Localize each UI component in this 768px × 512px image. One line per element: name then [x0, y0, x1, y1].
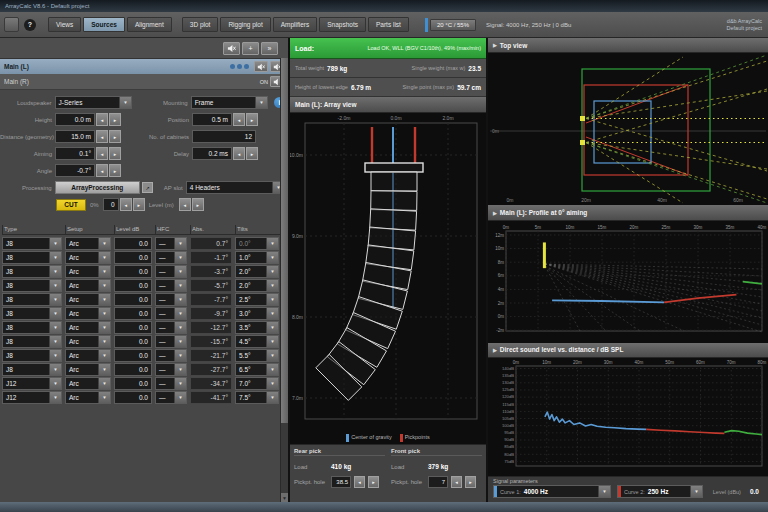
tab-sources[interactable]: Sources [83, 17, 125, 32]
delay-decrement-button[interactable]: ◂ [233, 147, 245, 160]
distance-decrement-button[interactable]: ◂ [96, 130, 108, 143]
ap-slot-select[interactable]: 4 Headers▼ [186, 181, 285, 194]
tab-alignment[interactable]: Alignment [127, 17, 172, 32]
cut-value-field[interactable]: 0 [103, 198, 119, 211]
aiming-field[interactable]: 0.1° [55, 147, 95, 160]
cabinet-level-field[interactable]: 0.0 [114, 335, 152, 348]
mute-all-button[interactable] [223, 42, 240, 55]
cabinet-level-field[interactable]: 0.0 [114, 293, 152, 306]
add-source-button[interactable]: + [242, 42, 259, 55]
angle-decrement-button[interactable]: ◂ [96, 164, 108, 177]
cabinet-tilt-select[interactable]: 6.5°▼ [235, 363, 279, 376]
level-increment-button[interactable]: ▸ [192, 198, 204, 211]
loudspeaker-select[interactable]: J-Series▼ [55, 96, 132, 109]
cabinet-hfc-select[interactable]: —▼ [155, 321, 187, 334]
source-row-main-l[interactable]: Main (L) [0, 59, 288, 74]
cabinet-hfc-select[interactable]: —▼ [155, 237, 187, 250]
cabinet-tilt-select[interactable]: 3.0°▼ [235, 307, 279, 320]
aiming-decrement-button[interactable]: ◂ [96, 147, 108, 160]
cabinet-hfc-select[interactable]: —▼ [155, 363, 187, 376]
expand-panel-button[interactable]: » [261, 42, 278, 55]
cabinet-type-select[interactable]: J8▼ [2, 363, 62, 376]
height-decrement-button[interactable]: ◂ [96, 113, 108, 126]
cabinet-tilt-select[interactable]: 2.5°▼ [235, 293, 279, 306]
cabinet-level-field[interactable]: 0.0 [114, 377, 152, 390]
front-hole-prev-button[interactable]: ◂ [451, 476, 462, 488]
scrollbar-thumb[interactable] [281, 58, 288, 423]
array-processing-button[interactable]: ArrayProcessing [55, 181, 140, 194]
help-icon[interactable]: ? [24, 19, 36, 31]
cabinet-tilt-select[interactable]: 0.0°▼ [235, 237, 279, 250]
mounting-select[interactable]: Frame▼ [191, 96, 268, 109]
cut-decrement-button[interactable]: ◂ [120, 198, 132, 211]
cabinet-level-field[interactable]: 0.0 [114, 349, 152, 362]
array-view-header[interactable]: Main (L): Array view [290, 97, 486, 113]
tab-parts-list[interactable]: Parts list [368, 17, 409, 32]
cabinet-setup-select[interactable]: Arc▼ [65, 335, 111, 348]
front-hole-field[interactable]: 7 [428, 476, 448, 488]
cabinet-hfc-select[interactable]: —▼ [155, 279, 187, 292]
cabinet-setup-select[interactable]: Arc▼ [65, 391, 111, 404]
tab-views[interactable]: Views [48, 17, 81, 32]
cabinet-level-field[interactable]: 0.0 [114, 307, 152, 320]
cabinet-type-select[interactable]: J8▼ [2, 251, 62, 264]
profile-header[interactable]: ▶ Main (L): Profile at 0° aiming [488, 205, 768, 220]
cabinet-hfc-select[interactable]: —▼ [155, 265, 187, 278]
cabinet-level-field[interactable]: 0.0 [114, 391, 152, 404]
distance-increment-button[interactable]: ▸ [109, 130, 121, 143]
distance-field[interactable]: 15.0 m [55, 130, 95, 143]
cabinet-type-select[interactable]: J8▼ [2, 237, 62, 250]
tab-3d-plot[interactable]: 3D plot [182, 17, 219, 32]
cabinet-tilt-select[interactable]: 4.5°▼ [235, 335, 279, 348]
cabinet-hfc-select[interactable]: —▼ [155, 349, 187, 362]
scrollbar-down-arrow[interactable]: ▼ [281, 493, 288, 502]
aiming-increment-button[interactable]: ▸ [109, 147, 121, 160]
position-field[interactable]: 0.5 m [192, 113, 232, 126]
rear-hole-field[interactable]: 38.5 [331, 476, 351, 488]
rear-hole-next-button[interactable]: ▸ [368, 476, 379, 488]
cabinet-type-select[interactable]: J8▼ [2, 321, 62, 334]
curve1-select[interactable]: Curve 1: 4000 Hz ▼ [493, 485, 611, 498]
rear-hole-prev-button[interactable]: ◂ [354, 476, 365, 488]
cabinet-setup-select[interactable]: Arc▼ [65, 349, 111, 362]
cabinet-level-field[interactable]: 0.0 [114, 265, 152, 278]
angle-field[interactable]: -0.7° [55, 164, 95, 177]
cabinet-type-select[interactable]: J8▼ [2, 265, 62, 278]
cabinet-tilt-select[interactable]: 7.5°▼ [235, 391, 279, 404]
cabinet-type-select[interactable]: J8▼ [2, 335, 62, 348]
cabinet-type-select[interactable]: J8▼ [2, 279, 62, 292]
cabinet-level-field[interactable]: 0.0 [114, 279, 152, 292]
tab-amplifiers[interactable]: Amplifiers [273, 17, 318, 32]
cabinet-tilt-select[interactable]: 3.5°▼ [235, 321, 279, 334]
cabinet-setup-select[interactable]: Arc▼ [65, 237, 111, 250]
cabinet-hfc-select[interactable]: —▼ [155, 335, 187, 348]
tab-snapshots[interactable]: Snapshots [319, 17, 366, 32]
cabinet-type-select[interactable]: J12▼ [2, 377, 62, 390]
cabinet-setup-select[interactable]: Arc▼ [65, 279, 111, 292]
cabinet-hfc-select[interactable]: —▼ [155, 377, 187, 390]
cabinet-setup-select[interactable]: Arc▼ [65, 363, 111, 376]
delay-field[interactable]: 0.2 ms [192, 147, 232, 160]
cabinet-hfc-select[interactable]: —▼ [155, 307, 187, 320]
top-view-header[interactable]: ▶ Top view [488, 38, 768, 53]
cabinet-tilt-select[interactable]: 1.0°▼ [235, 251, 279, 264]
spl-header[interactable]: ▶ Direct sound level vs. distance / dB S… [488, 343, 768, 358]
cabinet-setup-select[interactable]: Arc▼ [65, 251, 111, 264]
cut-button[interactable]: CUT [56, 199, 86, 211]
position-decrement-button[interactable]: ◂ [233, 113, 245, 126]
cabinet-type-select[interactable]: J8▼ [2, 307, 62, 320]
environment-widget[interactable]: 20 °C / 55% [425, 18, 476, 32]
cabinet-tilt-select[interactable]: 2.0°▼ [235, 279, 279, 292]
cabinet-level-field[interactable]: 0.0 [114, 321, 152, 334]
cabinet-type-select[interactable]: J8▼ [2, 349, 62, 362]
cabinet-setup-select[interactable]: Arc▼ [65, 307, 111, 320]
cabinet-tilt-select[interactable]: 2.0°▼ [235, 265, 279, 278]
cabinet-setup-select[interactable]: Arc▼ [65, 377, 111, 390]
cabinet-type-select[interactable]: J8▼ [2, 293, 62, 306]
cabinet-setup-select[interactable]: Arc▼ [65, 265, 111, 278]
temperature-button[interactable]: 20 °C / 55% [430, 19, 476, 31]
cabinet-level-field[interactable]: 0.0 [114, 237, 152, 250]
cabinet-hfc-select[interactable]: —▼ [155, 391, 187, 404]
cabinet-hfc-select[interactable]: —▼ [155, 251, 187, 264]
tab-rigging-plot[interactable]: Rigging plot [220, 17, 270, 32]
